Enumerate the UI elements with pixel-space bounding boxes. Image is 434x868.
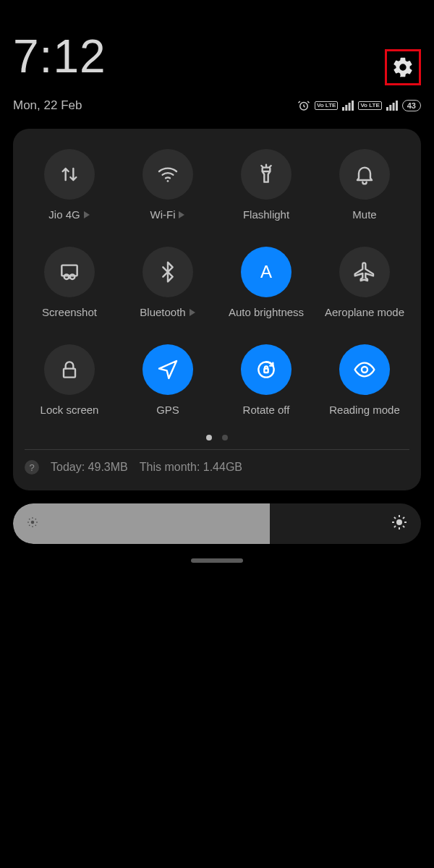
chevron-right-icon	[84, 211, 90, 218]
svg-line-23	[29, 525, 30, 526]
tile-flashlight[interactable]: Flashlight	[217, 149, 315, 221]
tile-screenshot[interactable]: Screenshot	[20, 247, 119, 318]
screenshot-icon	[44, 247, 95, 297]
svg-point-1	[167, 180, 169, 182]
alarm-icon	[297, 99, 310, 112]
svg-line-5	[270, 166, 271, 167]
lock-icon	[44, 344, 95, 395]
tile-label: Screenshot	[42, 306, 97, 318]
tile-label: Reading mode	[329, 404, 400, 416]
home-indicator[interactable]	[191, 558, 243, 563]
quick-settings-panel: Jio 4GWi-FiFlashlightMuteScreenshotBluet…	[13, 129, 421, 490]
tile-wifi[interactable]: Wi-Fi	[119, 149, 217, 221]
tile-label: Mute	[352, 208, 376, 221]
data-usage-row[interactable]: ? Today: 49.3MB This month: 1.44GB	[20, 450, 414, 479]
svg-point-25	[396, 519, 402, 525]
tile-label: GPS	[156, 404, 179, 416]
tile-mobile-data[interactable]: Jio 4G	[20, 149, 119, 221]
brightness-slider[interactable]	[13, 503, 421, 544]
volte-badge-2: Vo LTE	[358, 101, 381, 110]
tile-label: Wi-Fi	[150, 208, 186, 221]
signal-icon-1	[342, 101, 354, 111]
page-dots	[20, 435, 414, 441]
usage-today: Today: 49.3MB	[51, 461, 128, 474]
gear-icon	[391, 56, 414, 79]
signal-icon-2	[386, 101, 398, 111]
svg-line-32	[394, 526, 396, 527]
tile-mute[interactable]: Mute	[315, 149, 414, 221]
svg-rect-6	[61, 265, 77, 276]
tile-label: Jio 4G	[48, 208, 90, 221]
svg-point-15	[362, 367, 367, 373]
svg-line-22	[35, 525, 36, 526]
tile-auto-bright[interactable]: AAuto brightness	[217, 247, 315, 318]
flashlight-icon	[241, 149, 292, 200]
tile-label: Aeroplane mode	[325, 306, 404, 318]
usage-month: This month: 1.44GB	[140, 461, 242, 474]
chevron-right-icon	[179, 211, 184, 218]
tile-airplane[interactable]: Aeroplane mode	[315, 247, 414, 318]
tile-label: Flashlight	[243, 208, 289, 221]
svg-line-33	[403, 517, 404, 519]
tile-rotate[interactable]: Rotate off	[217, 344, 315, 416]
tile-label: Auto brightness	[229, 306, 304, 318]
svg-rect-12	[64, 369, 75, 378]
location-icon	[142, 344, 193, 395]
date-label: Mon, 22 Feb	[13, 98, 82, 113]
settings-button[interactable]	[385, 49, 421, 85]
tile-label: Lock screen	[41, 404, 99, 416]
page-dot-2[interactable]	[222, 435, 228, 441]
tile-gps[interactable]: GPS	[119, 344, 217, 416]
eye-icon	[339, 344, 390, 395]
svg-rect-2	[263, 168, 271, 171]
tile-label: Bluetooth	[140, 306, 195, 318]
battery-badge: 43	[402, 100, 421, 111]
svg-line-4	[261, 166, 263, 167]
bell-icon	[339, 149, 390, 200]
clock-time: 7:12	[13, 33, 106, 80]
help-icon: ?	[25, 460, 39, 475]
brightness-high-icon	[391, 514, 408, 534]
svg-line-30	[394, 517, 396, 519]
brightness-low-icon	[26, 516, 39, 532]
airplane-icon	[339, 247, 390, 297]
svg-line-24	[35, 519, 36, 519]
status-bar: Vo LTE Vo LTE 43	[297, 99, 421, 112]
rotate-lock-icon	[241, 344, 292, 395]
svg-line-31	[403, 526, 404, 527]
page-dot-1[interactable]	[206, 435, 212, 441]
tile-reading[interactable]: Reading mode	[315, 344, 414, 416]
tile-lock[interactable]: Lock screen	[20, 344, 119, 416]
volte-badge-1: Vo LTE	[315, 101, 338, 110]
svg-line-21	[29, 519, 30, 519]
letter-a-icon: A	[241, 247, 292, 297]
wifi-icon	[142, 149, 193, 200]
tile-bluetooth[interactable]: Bluetooth	[119, 247, 217, 318]
bluetooth-icon	[142, 247, 193, 297]
chevron-right-icon	[190, 309, 195, 316]
svg-text:A: A	[260, 262, 272, 281]
tile-label: Rotate off	[243, 404, 290, 416]
data-arrows-icon	[44, 149, 95, 200]
svg-point-16	[31, 521, 35, 524]
